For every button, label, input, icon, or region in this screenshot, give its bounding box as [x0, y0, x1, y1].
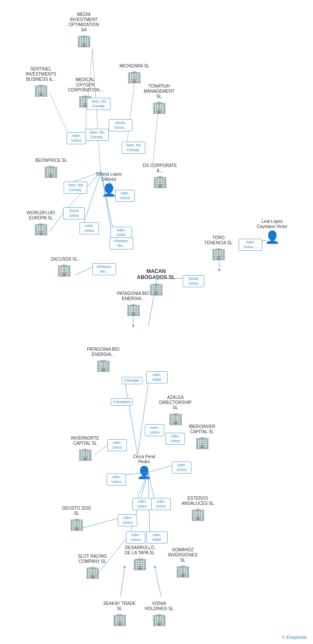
svg-line-2	[127, 75, 135, 145]
role-badge-adm-unico-4[interactable]: Adm. Unico	[145, 424, 164, 436]
role-badge-secr-no-consej-3[interactable]: Secr. No Consej.	[122, 142, 145, 154]
role-badge-socio-1[interactable]: Socio, Socio...	[109, 119, 132, 131]
node-iberoinver[interactable]: IBEROINVER CAPITAL SL 🏢	[185, 424, 219, 450]
building-icon-tonatiuh: 🏢	[152, 100, 167, 114]
graph-container: MEDIA INVESTMENT OPTIMIZATION SA 🏢 MICHI…	[0, 0, 313, 644]
node-slot-racing[interactable]: SLOT RACING COMPANY SL 🏢	[75, 554, 110, 579]
copyright-symbol: ©	[282, 635, 285, 640]
building-icon-deusto: 🏢	[69, 517, 84, 531]
node-invernorte[interactable]: INVERNORTE CAPITAL SL 🏢	[68, 436, 102, 461]
building-icon-desarrollo: 🏢	[132, 556, 147, 571]
building-icon-media: 🏢	[77, 33, 92, 48]
node-somahoz[interactable]: SOMAHOZ INVERSIONES SL 🏢	[166, 547, 200, 578]
node-tonatiuh[interactable]: TONATIUH MANAGEMENT SL 🏢	[142, 84, 176, 114]
footer: © Empresia	[282, 635, 307, 640]
node-patagonia1[interactable]: PATAGONIA BIO ENERGIA... 🏢	[116, 291, 150, 316]
svg-line-30	[120, 567, 125, 597]
node-zacusds[interactable]: ZACUSDS SL 🏢	[51, 257, 78, 277]
node-toro-tenencia[interactable]: TORO TENENCIA SL 🏢	[201, 235, 236, 261]
node-beonprice[interactable]: BEONPRICE SL 🏢	[35, 158, 67, 178]
node-michizara[interactable]: MICHIZARA SL 🏢	[120, 64, 149, 84]
role-badge-vicesecr-2[interactable]: Vicesecr. No...	[92, 263, 116, 275]
building-icon-toro: 🏢	[211, 246, 226, 261]
role-badge-adm-unico-1[interactable]: Adm. Unico	[67, 132, 86, 144]
role-badge-adm-unico-11[interactable]: Adm. Unico	[118, 514, 137, 526]
node-worldfluid[interactable]: WORLDFLUID EUROPA SL 🏢	[24, 210, 58, 236]
person-icon-sesma: 👤	[101, 183, 117, 197]
building-icon-worldfluid: 🏢	[34, 222, 49, 236]
svg-line-13	[75, 266, 95, 275]
role-badge-vicesecr-1[interactable]: Vicesecr. No...	[110, 237, 133, 249]
node-ds-corporate[interactable]: DS CORPORATE &... 🏢	[143, 163, 177, 188]
building-icon-sentinel: 🏢	[34, 83, 49, 97]
role-badge-adm-unico-5[interactable]: Adm. Unico	[166, 433, 185, 445]
role-badge-adm-unico-3[interactable]: Adm. Unico	[80, 222, 99, 234]
node-azalea[interactable]: AZALEA DIRECTORSHIP SL 🏢	[158, 395, 193, 425]
role-badge-secr-no-consej-2[interactable]: Secr. No Consej.	[85, 129, 109, 141]
building-icon-beonprice: 🏢	[43, 164, 58, 178]
role-badge-secr-no-consej-1[interactable]: Secr. No Consej.	[87, 98, 110, 110]
role-badge-consejel[interactable]: Consejel.	[122, 377, 142, 384]
role-badge-socio-unico-2[interactable]: Socio Único	[183, 275, 204, 287]
svg-line-0	[92, 49, 101, 178]
node-seakay[interactable]: SEAKAY TRADE SL 🏢	[102, 601, 137, 626]
role-badge-adm-unico-10[interactable]: Adm. Unico	[151, 498, 171, 510]
role-badge-consejero[interactable]: Consejero	[111, 398, 132, 406]
building-icon-azalea: 🏢	[168, 411, 183, 425]
building-icon-esteros: 🏢	[190, 507, 206, 521]
svg-line-4	[49, 92, 69, 135]
node-patagonia2[interactable]: PATAGONIA BIO ENERGIA... 🏢	[86, 347, 120, 372]
role-badge-adm-unico-8[interactable]: Adm. Unico	[107, 474, 126, 486]
role-badge-adm-solid-3[interactable]: Adm. Solid.	[146, 532, 168, 544]
brand-name: Empresia	[287, 635, 307, 640]
building-icon-patagonia1: 🏢	[126, 302, 141, 316]
svg-line-31	[155, 567, 161, 597]
role-badge-secr-no-consej-4[interactable]: Secr. No Consej.	[64, 182, 87, 194]
person-icon-cieza: 👤	[137, 465, 152, 480]
role-badge-adm-unico-6[interactable]: Adm. Unico	[107, 439, 127, 451]
building-icon-visnia: 🏢	[152, 612, 167, 626]
person-icon-leal: 👤	[265, 230, 280, 244]
node-sentinel[interactable]: SENTINEL INVESTMENTS BUSINESS &... 🏢	[24, 67, 58, 97]
building-icon-somahoz: 🏢	[175, 564, 190, 578]
building-icon-iberoinver: 🏢	[195, 435, 210, 450]
role-badge-socio-unico-1[interactable]: Socio Unico	[63, 207, 85, 219]
role-badge-adm-unico-leal[interactable]: Adm. Unico,...	[239, 239, 262, 251]
node-media-investment[interactable]: MEDIA INVESTMENT OPTIMIZATION SA 🏢	[67, 12, 101, 48]
building-icon-zacusds: 🏢	[57, 263, 72, 277]
svg-line-20	[138, 374, 150, 455]
building-icon-michizara: 🏢	[127, 70, 142, 84]
role-badge-adm-unico-12[interactable]: Adm. Unico	[126, 532, 145, 544]
role-badge-adm-unico-2[interactable]: Adm. Unico	[115, 190, 135, 202]
node-cieza-peral[interactable]: Cieza Peral Pedro 👤	[127, 454, 161, 480]
role-badge-adm-unico-9[interactable]: Adm. Unico	[132, 498, 152, 510]
building-icon-macan: 🏢	[149, 282, 164, 296]
node-desarrollo[interactable]: DESARROLLO DE LA TAPA SL 🏢	[123, 545, 157, 571]
role-badge-adm-solid-1[interactable]: Adm. Solid.	[110, 227, 132, 239]
building-icon-patagonia2: 🏢	[96, 358, 111, 372]
node-visnia[interactable]: VISNIA HOLDINGS SL 🏢	[142, 601, 176, 626]
building-icon-ds: 🏢	[153, 174, 168, 188]
building-icon-invernorte: 🏢	[78, 447, 93, 461]
node-deusto[interactable]: DEUSTO 2020 SL 🏢	[59, 506, 94, 531]
node-esteros[interactable]: ESTEROS ANDALUCES SL 🏢	[181, 496, 215, 521]
role-badge-adm-solid-2[interactable]: Adm. Solid.	[146, 371, 168, 383]
role-badge-adm-unico-7[interactable]: Adm. Unico	[172, 462, 191, 474]
building-icon-slot: 🏢	[85, 565, 100, 579]
building-icon-seakay: 🏢	[112, 612, 127, 626]
